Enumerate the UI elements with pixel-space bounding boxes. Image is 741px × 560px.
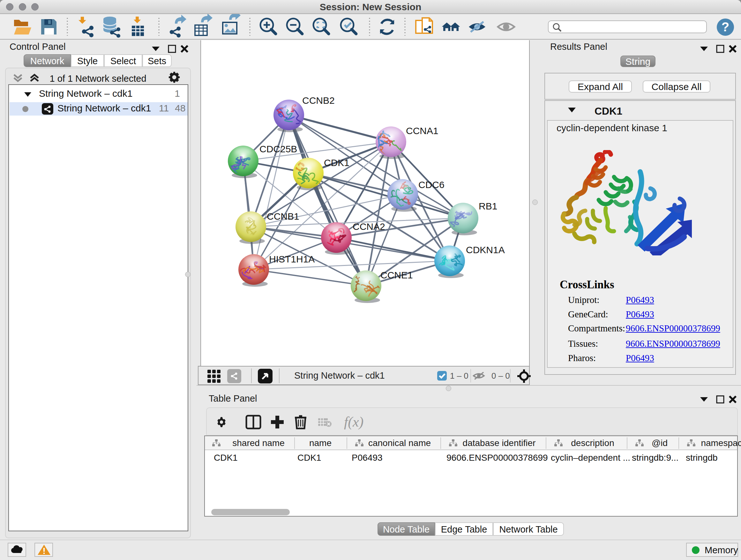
svg-text:CCNE1: CCNE1 (381, 270, 413, 280)
svg-text:CCNA1: CCNA1 (406, 125, 439, 136)
svg-text:CDK1: CDK1 (324, 158, 349, 168)
svg-text:CDC25B: CDC25B (259, 144, 297, 154)
svg-text:CDKN1A: CDKN1A (466, 245, 505, 255)
svg-text:CCNB1: CCNB1 (267, 211, 299, 222)
svg-text:HIST1H1A: HIST1H1A (269, 254, 315, 264)
svg-text:CDC6: CDC6 (418, 179, 445, 190)
svg-text:RB1: RB1 (479, 201, 497, 211)
svg-text:CCNA2: CCNA2 (353, 221, 385, 232)
svg-text:CCNB2: CCNB2 (302, 95, 335, 106)
svg-text:f(x): f(x) (344, 414, 363, 430)
